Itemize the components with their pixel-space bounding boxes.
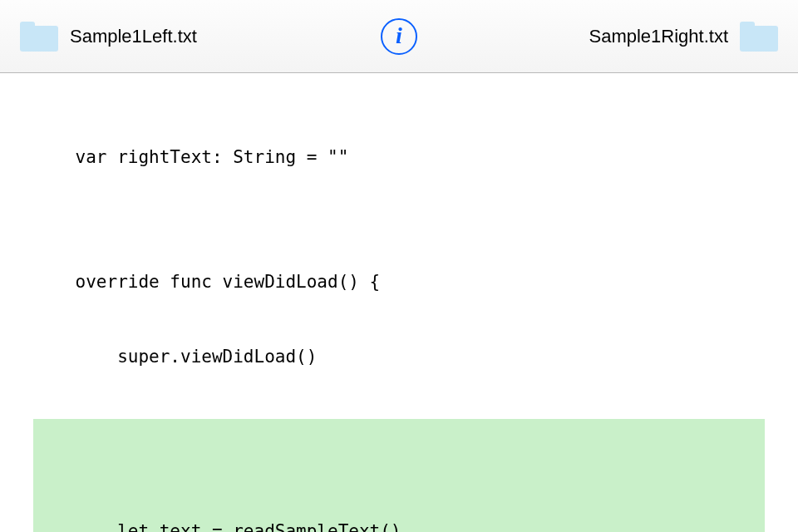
left-filename: Sample1Left.txt (70, 26, 197, 47)
right-file-slot: Sample1Right.txt (589, 22, 778, 52)
code-block: var rightText: String = "" override func… (0, 95, 798, 532)
code-line-added: let text = readSampleText() (33, 519, 765, 532)
folder-icon[interactable] (20, 22, 58, 52)
code-line: super.viewDidLoad() (0, 344, 798, 369)
code-line: override func viewDidLoad() { (0, 269, 798, 294)
info-icon[interactable]: i (381, 18, 417, 55)
left-file-slot: Sample1Left.txt (20, 22, 197, 52)
right-filename: Sample1Right.txt (589, 26, 728, 47)
header-bar: Sample1Left.txt i Sample1Right.txt (0, 0, 798, 73)
code-line: var rightText: String = "" (0, 145, 798, 170)
diff-content: var rightText: String = "" override func… (0, 73, 798, 532)
diff-added-block: let text = readSampleText() leftTextView… (33, 419, 765, 532)
folder-icon[interactable] (740, 22, 778, 52)
